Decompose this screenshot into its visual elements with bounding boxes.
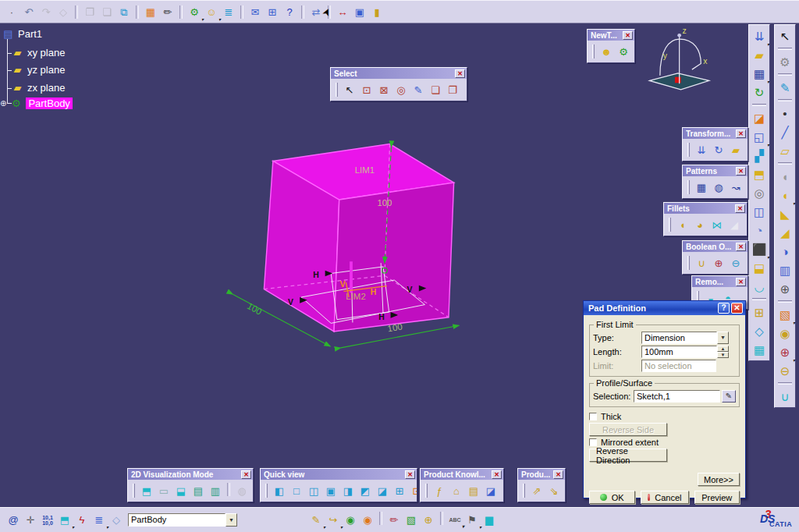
insert-body-icon[interactable]: ⊞ (750, 303, 769, 321)
remove-body-icon[interactable]: ⊖ (727, 255, 744, 271)
select-arrow-icon[interactable]: ↖ (776, 27, 794, 45)
flag-note-icon[interactable]: ⚑▾ (463, 512, 481, 528)
toolbar-title-bar[interactable]: Fillets ✕ (664, 203, 747, 214)
measure-between-icon[interactable]: ✏ (385, 512, 403, 528)
preview-button[interactable]: Preview (694, 491, 740, 504)
grid-2d-icon[interactable]: ◍ (233, 483, 250, 499)
variable-fillet-icon[interactable]: ◕ (691, 217, 708, 233)
assemble-icon[interactable]: ∪ (693, 255, 710, 271)
mail-icon[interactable]: ✉ (247, 4, 264, 20)
sew-surface-icon[interactable]: ▧▾ (776, 305, 794, 324)
sketch-dims-icon[interactable]: ✎▾ (307, 512, 325, 528)
directional-icon[interactable]: ⇘ (545, 483, 563, 499)
close-icon[interactable]: ✕ (736, 167, 746, 176)
plane-icon[interactable]: ▱ (776, 141, 794, 160)
measure-item-icon[interactable]: ▧ (403, 512, 420, 528)
cut-plane-icon[interactable]: ⬒ (138, 483, 155, 499)
tree-item-zx-plane[interactable]: ▰ zx plane (11, 82, 65, 94)
whats-this-icon[interactable]: ? (281, 4, 298, 20)
translate-body-icon[interactable]: ⇊▾ (750, 27, 769, 45)
toolbar-title-bar[interactable]: Quick view ✕ (261, 469, 417, 480)
update-all-icon[interactable]: @ (5, 512, 22, 528)
close-icon[interactable]: ✕ (623, 31, 633, 40)
toolbar-grip[interactable] (336, 83, 338, 97)
image-capture-icon[interactable]: ▣ (351, 4, 368, 20)
help-icon[interactable]: ? (718, 303, 730, 314)
chevron-down-icon[interactable]: ▼ (225, 513, 237, 527)
tree-item-xy-plane[interactable]: ▰ xy plane (11, 47, 65, 59)
toolbar-grip[interactable] (669, 218, 671, 232)
weld-feature-icon[interactable]: ▆ (481, 512, 498, 528)
section-plane-icon[interactable]: ▭ (155, 483, 172, 499)
close-icon[interactable]: ✕ (241, 470, 251, 479)
close-icon[interactable]: ✕ (736, 129, 746, 138)
circle-trap-icon[interactable]: ◎ (392, 82, 410, 98)
catalog-report-icon[interactable]: ≣ (220, 4, 237, 20)
design-table-icon[interactable]: ☺▾ (203, 4, 220, 20)
cancel-button[interactable]: Cancel (641, 491, 689, 504)
close-icon[interactable]: ✕ (736, 243, 746, 251)
tree-item-yz-plane[interactable]: ▰ yz plane (11, 64, 65, 76)
tile-windows-icon[interactable]: ⊞ (264, 4, 281, 20)
translation-icon[interactable]: ⇊ (693, 142, 710, 158)
toolbar-grip[interactable] (425, 484, 428, 498)
layers-icon[interactable]: ⧉ (115, 4, 133, 20)
spin-up-icon[interactable]: ▲ (717, 346, 729, 352)
toolbar-grip[interactable] (687, 143, 690, 157)
toolbar-grip[interactable] (687, 180, 690, 194)
union-trim-icon[interactable]: ∪ (776, 387, 794, 406)
toolbar-grip[interactable] (265, 484, 268, 498)
sketch-edit-icon[interactable]: ✎ (722, 390, 736, 403)
length-stepper[interactable]: 100mm ▲ ▼ (641, 346, 729, 358)
tritangent-fillet-icon[interactable]: ◢ (726, 217, 743, 233)
outside-trap-icon[interactable]: ❏ (427, 82, 444, 98)
section-cut-icon[interactable]: ⬓ (172, 483, 190, 499)
outside-intersect-trap-icon[interactable]: ❐ (444, 82, 461, 98)
pocket-icon[interactable]: ⬓ (750, 258, 769, 277)
axis-system-icon[interactable]: ✛ (22, 512, 39, 528)
multi-pad-icon[interactable]: ▞ (750, 146, 769, 165)
lim2-label[interactable]: LIM2 (346, 292, 365, 301)
only-current-body-icon[interactable]: ◇ (108, 512, 125, 528)
rib-icon[interactable]: ◔ (750, 221, 769, 239)
shell-op-icon[interactable]: ◑ (776, 242, 794, 261)
toolbar-title-bar[interactable]: Remo... ✕ (692, 276, 748, 287)
toolbar-title-bar[interactable]: 2D Visualization Mode ✕ (128, 469, 253, 480)
length-value[interactable]: 100mm (641, 346, 717, 358)
type-dropdown[interactable]: Dimension ▼ (641, 332, 729, 344)
compass[interactable]: z y x (649, 27, 708, 90)
toolbar-title-bar[interactable]: Patterns ✕ (683, 165, 748, 176)
sketch-tools-icon[interactable]: ✏ (159, 4, 176, 20)
thick-checkbox[interactable] (589, 413, 597, 420)
line-icon[interactable]: ╱ (776, 122, 794, 141)
toolbar-grip[interactable] (687, 256, 690, 270)
face-face-fillet-icon[interactable]: ⋈ (708, 217, 726, 233)
top-view-icon[interactable]: ◪ (374, 483, 391, 499)
toolbar-title-bar[interactable]: Product Knowl... ✕ (421, 469, 503, 480)
circular-pattern-icon[interactable]: ◍ (710, 179, 727, 196)
constraints-status-icon[interactable]: ↪▾ (325, 512, 342, 528)
gears-icon[interactable]: ⚙ (615, 44, 632, 60)
ok-button[interactable]: OK (589, 491, 635, 504)
knowledge-gear-icon[interactable]: ⚙▾ (186, 4, 203, 20)
body-in-work-dropdown[interactable]: PartBody ▼ (128, 513, 237, 527)
open-catalog-icon[interactable]: ⇗ (528, 483, 545, 499)
paint-selection-icon[interactable]: ✎ (410, 82, 427, 98)
remove-icon[interactable]: ⊖ (776, 361, 794, 380)
thread-tap-icon[interactable]: ⊕ (776, 279, 794, 298)
edge-fillet-icon[interactable]: ◖▾ (776, 186, 794, 204)
toolbar-grip[interactable] (133, 484, 135, 498)
more-button[interactable]: More>> (698, 473, 740, 486)
measure-icon[interactable]: ↔ (334, 4, 351, 20)
list-filter-icon[interactable]: ≣▾ (91, 512, 108, 528)
eraser-icon[interactable]: ◇ (55, 4, 72, 20)
undo-icon[interactable]: ↶ (20, 4, 37, 20)
intersecting-trap-icon[interactable]: ⊠ (375, 82, 392, 98)
chamfer-icon[interactable]: ◣ (776, 204, 794, 223)
mirrored-extent-checkbox[interactable] (589, 438, 597, 446)
symmetry-icon[interactable]: ▰ (727, 142, 744, 158)
text-leader-icon[interactable]: ABC▾ (446, 512, 463, 528)
rectangular-pattern-icon[interactable]: ▦ (693, 179, 710, 196)
snap-grid-icon[interactable]: ▦ (142, 4, 159, 20)
rotation-icon[interactable]: ↻ (710, 142, 727, 158)
